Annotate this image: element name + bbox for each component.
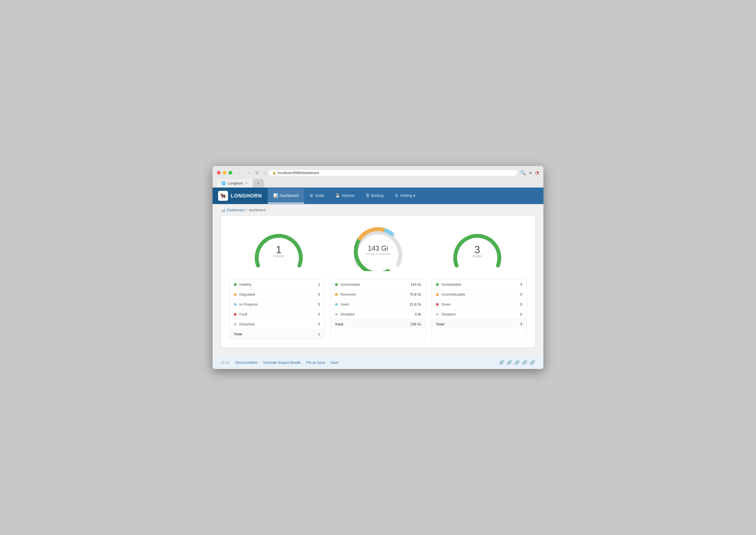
window-controls: ← → ↻ ⌂ 🔒 localhost:8080/dashboard 🔍 ★ ◔: [217, 169, 539, 176]
dashboard-icon: 📊: [273, 193, 278, 198]
degraded-dot: [234, 293, 236, 296]
extensions-icon[interactable]: ◔: [535, 170, 539, 175]
used-value: 21.8 Gi: [409, 302, 421, 306]
volume-stats-panel: Healthy 1 Degraded 0 In Progress 0: [229, 279, 325, 339]
forward-button[interactable]: →: [247, 170, 251, 175]
tabs-bar: 🌐 Longhorn ✕ +: [217, 179, 539, 187]
browser-chrome: ← → ↻ ⌂ 🔒 localhost:8080/dashboard 🔍 ★ ◔…: [213, 166, 543, 187]
back-button[interactable]: ←: [238, 170, 242, 175]
active-tab[interactable]: 🌐 Longhorn ✕: [217, 179, 252, 187]
stat-row-disabled-node: Disabled 0: [431, 309, 526, 319]
healthy-label: Healthy: [239, 282, 318, 287]
gauges-row: 1 Volume: [229, 224, 527, 279]
schedulable-node-label: Schedulable: [442, 282, 520, 287]
bookmark-icon[interactable]: ★: [528, 170, 532, 175]
schedulable-node-value: 3: [520, 282, 522, 287]
documentation-link[interactable]: Documentation: [235, 361, 258, 365]
down-dot: [436, 303, 439, 306]
slack-link[interactable]: Slack: [331, 361, 338, 365]
disabled-node-value: 0: [520, 312, 522, 316]
breadcrumb-dashboard[interactable]: Dashboard: [227, 208, 245, 212]
backup-icon: 🗄: [365, 193, 369, 198]
volume-gauge-svg: 1 Volume: [251, 224, 306, 271]
lock-icon: 🔒: [272, 171, 276, 175]
node-icon: 🖥: [310, 193, 313, 198]
tab-close-button[interactable]: ✕: [245, 182, 248, 185]
minimize-button[interactable]: [223, 171, 226, 175]
new-tab-button[interactable]: +: [253, 179, 264, 187]
setting-icon: ⚙: [395, 193, 398, 198]
logo-icon: 🐂: [218, 191, 228, 201]
app-footer: v1.0.2 Documentation Generate Support Bu…: [213, 356, 543, 369]
node-total-value: 3: [520, 322, 522, 326]
inprogress-value: 0: [318, 302, 320, 306]
close-button[interactable]: [217, 171, 221, 175]
breadcrumb: 📊 Dashboard / dashboard: [213, 204, 543, 216]
svg-text:3: 3: [474, 244, 480, 255]
stat-row-healthy: Healthy 1: [230, 280, 325, 290]
nav-item-volume[interactable]: 💾 Volume: [330, 188, 360, 204]
app-nav: 🐂 LONGHORN 📊 Dashboard 🖥 Node 💾 Volume 🗄: [213, 187, 543, 204]
svg-text:Storage Schedulable: Storage Schedulable: [365, 252, 391, 255]
nav-items: 📊 Dashboard 🖥 Node 💾 Volume 🗄 Backup ⚙: [268, 188, 421, 204]
reload-button[interactable]: ↻: [255, 170, 259, 175]
detached-value: 0: [318, 322, 320, 326]
home-button[interactable]: ⌂: [263, 170, 266, 175]
nodes-gauge-svg: 3 Nodes: [450, 224, 505, 271]
unschedulable-label: Unschedulable: [442, 292, 520, 296]
nav-label-setting: Setting ▾: [400, 193, 415, 198]
down-label: Down: [442, 302, 520, 306]
degraded-label: Degraded: [239, 292, 318, 296]
version-text: v1.0.2: [221, 361, 230, 365]
dashboard-card: 1 Volume: [221, 216, 535, 348]
stat-row-down: Down 0: [431, 299, 526, 309]
disabled-storage-dot: [335, 313, 338, 316]
stat-row-unschedulable: Unschedulable 0: [431, 290, 526, 299]
address-text: localhost:8080/dashboard: [278, 171, 319, 175]
fault-dot: [234, 313, 236, 316]
volume-icon: 💾: [335, 193, 340, 198]
support-bundle-link[interactable]: Generate Support Bundle: [263, 361, 301, 365]
storage-stats-panel: Schedulable 143 Gi Reserved 70.8 Gi Used…: [330, 279, 426, 339]
link-icon-1: 🔗: [499, 360, 504, 365]
file-issue-link[interactable]: File an Issue: [306, 361, 325, 365]
volume-total-label: Total: [234, 332, 318, 336]
search-icon[interactable]: 🔍: [520, 170, 526, 175]
svg-text:143 Gi: 143 Gi: [368, 244, 388, 252]
nav-item-dashboard[interactable]: 📊 Dashboard: [268, 188, 304, 204]
unschedulable-value: 0: [520, 292, 522, 296]
storage-total-label: Total: [335, 322, 411, 326]
used-dot: [335, 303, 338, 306]
nav-label-backup: Backup: [371, 193, 384, 198]
storage-total-value: 236 Gi: [411, 322, 421, 326]
stat-row-detached: Detached 0: [230, 319, 325, 329]
svg-text:Nodes: Nodes: [472, 254, 482, 258]
nav-item-node[interactable]: 🖥 Node: [304, 188, 330, 204]
maximize-button[interactable]: [229, 171, 232, 175]
reserved-dot: [335, 293, 338, 296]
nav-item-setting[interactable]: ⚙ Setting ▾: [389, 188, 420, 204]
detached-label: Detached: [239, 322, 318, 326]
inprogress-label: In Progress: [239, 302, 318, 306]
nodes-gauge: 3 Nodes: [450, 224, 505, 271]
svg-text:Volume: Volume: [273, 254, 284, 258]
breadcrumb-chart-icon: 📊: [221, 208, 225, 212]
footer-icons: 🔗 🔗 🔗 🔗 🔗: [499, 360, 535, 365]
stat-row-node-total: Total 3: [431, 319, 526, 329]
detached-dot: [234, 323, 236, 326]
stat-row-degraded: Degraded 0: [230, 290, 325, 299]
volume-total-value: 1: [318, 332, 320, 336]
healthy-value: 1: [318, 282, 320, 287]
node-total-label: Total: [436, 322, 520, 326]
stat-row-used: Used 21.8 Gi: [331, 299, 426, 309]
address-bar[interactable]: 🔒 localhost:8080/dashboard: [268, 169, 518, 176]
tab-favicon: 🌐: [221, 181, 226, 185]
disabled-storage-value: 0 Bi: [415, 312, 421, 316]
nav-label-node: Node: [315, 193, 324, 198]
nav-item-backup[interactable]: 🗄 Backup: [360, 188, 390, 204]
browser-window: ← → ↻ ⌂ 🔒 localhost:8080/dashboard 🔍 ★ ◔…: [213, 166, 543, 369]
stat-row-schedulable-node: Schedulable 3: [431, 280, 526, 290]
fault-value: 0: [318, 312, 320, 316]
stat-row-disabled-storage: Disabled 0 Bi: [331, 309, 426, 319]
logo-text: LONGHORN: [231, 193, 262, 199]
